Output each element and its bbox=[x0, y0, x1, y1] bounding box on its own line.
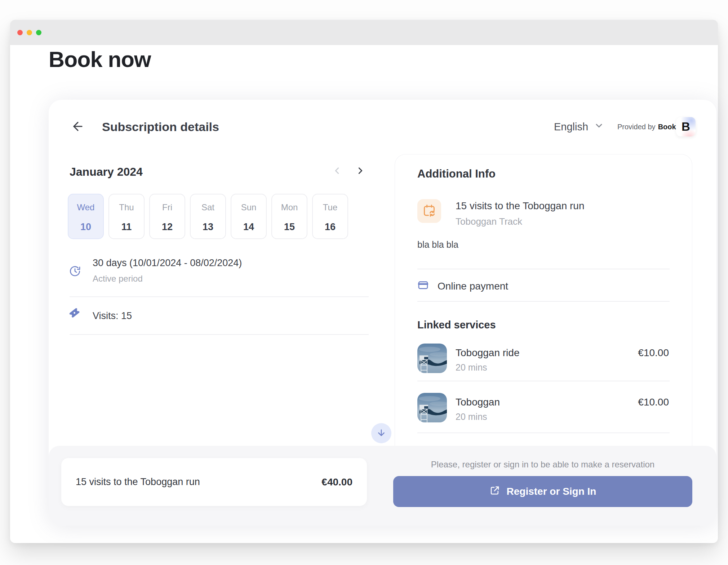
active-period-label: Active period bbox=[93, 274, 143, 284]
summary-item-price: €40.00 bbox=[321, 476, 352, 488]
day-number: 13 bbox=[191, 221, 225, 233]
linked-service-name[interactable]: Toboggan bbox=[456, 396, 500, 408]
calendar-day-cell[interactable]: Mon 15 bbox=[271, 194, 307, 239]
language-selector[interactable]: English bbox=[554, 118, 604, 135]
service-description: bla bla bla bbox=[417, 239, 458, 250]
day-number: 14 bbox=[231, 221, 266, 233]
bookla-logo-letter: B bbox=[682, 120, 690, 134]
divider bbox=[70, 296, 369, 297]
subscription-service-subtitle: Toboggan Track bbox=[456, 216, 522, 227]
day-weekday: Sun bbox=[231, 202, 266, 212]
additional-info-card: Additional Info 15 visits to the Tobogga… bbox=[395, 154, 692, 446]
divider bbox=[70, 334, 369, 335]
back-button[interactable] bbox=[70, 118, 86, 135]
widget-title: Subscription details bbox=[102, 120, 219, 134]
booking-widget-card: Subscription details English Provided by… bbox=[49, 100, 716, 526]
linked-service-name[interactable]: Toboggan ride bbox=[456, 347, 519, 359]
scroll-down-button[interactable] bbox=[371, 423, 391, 443]
arrow-left-icon bbox=[71, 120, 85, 134]
chevron-right-icon bbox=[355, 165, 366, 177]
day-number: 12 bbox=[150, 221, 185, 233]
service-thumbnail bbox=[417, 393, 447, 422]
day-weekday: Thu bbox=[109, 202, 144, 212]
calendar-refresh-icon bbox=[422, 203, 436, 219]
signin-note: Please, register or sign in to be able t… bbox=[393, 459, 692, 470]
service-thumbnail bbox=[417, 344, 447, 373]
calendar-day-cell[interactable]: Sat 13 bbox=[190, 194, 226, 239]
calendar-day-cell[interactable]: Wed 10 bbox=[68, 194, 104, 239]
day-weekday: Tue bbox=[313, 202, 347, 212]
ticket-icon bbox=[66, 304, 84, 322]
calendar-prev-button[interactable] bbox=[330, 164, 344, 178]
order-summary-card: 15 visits to the Toboggan run €40.00 bbox=[61, 458, 367, 506]
clock-refresh-icon bbox=[69, 265, 82, 278]
day-weekday: Wed bbox=[68, 202, 103, 212]
payment-method-label: Online payment bbox=[438, 281, 508, 292]
subscription-service-title: 15 visits to the Toboggan run bbox=[456, 200, 585, 212]
linked-service-price: €10.00 bbox=[638, 396, 669, 408]
divider bbox=[417, 381, 670, 381]
language-label: English bbox=[554, 121, 588, 133]
register-or-signin-button[interactable]: Register or Sign In bbox=[393, 476, 692, 507]
day-number: 16 bbox=[313, 221, 347, 233]
calendar-next-button[interactable] bbox=[353, 164, 368, 178]
checkout-footer: 15 visits to the Toboggan run €40.00 Ple… bbox=[49, 446, 716, 526]
external-link-icon bbox=[489, 485, 500, 498]
register-or-signin-label: Register or Sign In bbox=[507, 486, 596, 497]
linked-service-duration: 20 mins bbox=[456, 362, 487, 373]
day-number: 15 bbox=[272, 221, 307, 233]
divider bbox=[417, 432, 670, 433]
day-weekday: Sat bbox=[191, 202, 225, 212]
calendar-month-title: January 2024 bbox=[70, 165, 143, 179]
summary-item-label: 15 visits to the Toboggan run bbox=[76, 476, 200, 488]
close-window-button[interactable] bbox=[17, 30, 23, 35]
credit-card-icon bbox=[417, 279, 429, 292]
divider bbox=[417, 301, 670, 302]
linked-service-price: €10.00 bbox=[638, 347, 669, 359]
visits-value: Visits: 15 bbox=[93, 310, 132, 322]
provided-by-prefix: Provided by bbox=[617, 123, 656, 131]
arrow-down-icon bbox=[376, 428, 386, 439]
active-period-value: 30 days (10/01/2024 - 08/02/2024) bbox=[93, 257, 242, 269]
day-weekday: Mon bbox=[272, 202, 307, 212]
divider bbox=[417, 269, 670, 269]
bookla-logo: B bbox=[676, 117, 696, 136]
provided-by: Provided by Bookla bbox=[617, 118, 682, 135]
window-titlebar bbox=[10, 20, 718, 45]
page-title: Book now bbox=[49, 49, 151, 71]
service-icon-tile bbox=[417, 199, 441, 223]
calendar-day-cell[interactable]: Sun 14 bbox=[231, 194, 267, 239]
chevron-left-icon bbox=[332, 165, 342, 177]
browser-window: Book now Subscription details English Pr… bbox=[10, 20, 718, 543]
calendar-days-row: Wed 10 Thu 11 Fri 12 Sat 13 Sun 14 bbox=[68, 194, 348, 239]
minimize-window-button[interactable] bbox=[27, 30, 32, 35]
page: Book now Subscription details English Pr… bbox=[0, 0, 728, 565]
maximize-window-button[interactable] bbox=[36, 30, 41, 35]
calendar-day-cell[interactable]: Tue 16 bbox=[312, 194, 348, 239]
linked-services-title: Linked services bbox=[417, 319, 496, 331]
linked-service-duration: 20 mins bbox=[456, 412, 487, 422]
chevron-down-icon bbox=[594, 121, 604, 133]
day-number: 11 bbox=[109, 221, 144, 233]
calendar-day-cell[interactable]: Thu 11 bbox=[108, 194, 145, 239]
additional-info-title: Additional Info bbox=[417, 167, 496, 180]
calendar-day-cell[interactable]: Fri 12 bbox=[149, 194, 185, 239]
day-number: 10 bbox=[68, 221, 103, 233]
day-weekday: Fri bbox=[150, 202, 185, 212]
